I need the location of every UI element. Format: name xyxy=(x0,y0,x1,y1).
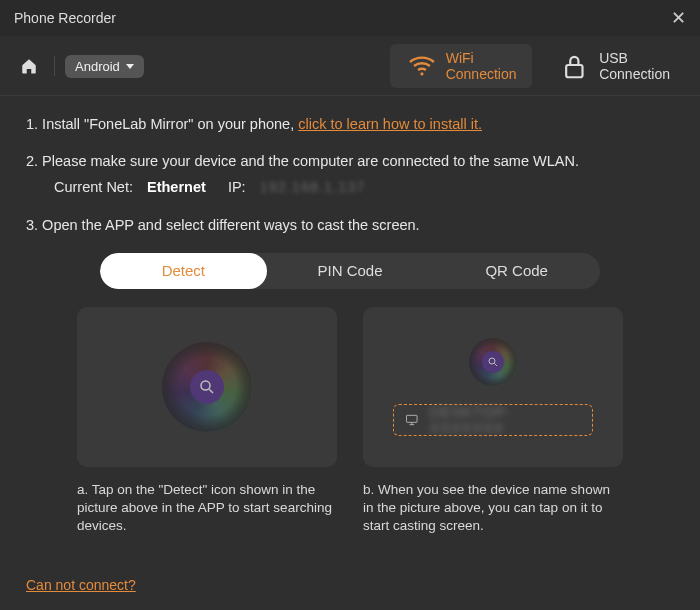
step3-text: 3. Open the APP and select different way… xyxy=(26,217,420,233)
svg-point-3 xyxy=(489,358,495,364)
tab-qr-label: QR Code xyxy=(485,262,548,279)
window-title: Phone Recorder xyxy=(14,10,116,26)
tab-wifi-connection[interactable]: WiFi Connection xyxy=(390,44,533,88)
svg-rect-1 xyxy=(567,65,583,77)
home-button[interactable] xyxy=(14,53,44,79)
color-wheel-icon xyxy=(162,342,252,432)
detect-search-icon xyxy=(190,370,224,404)
svg-rect-4 xyxy=(407,415,418,422)
net-value: Ethernet xyxy=(147,179,206,195)
device-name-placeholder: DESKTOP-XXXXXXX xyxy=(430,404,582,436)
net-label: Current Net: xyxy=(54,179,133,195)
step-2: 2. Please make sure your device and the … xyxy=(26,151,674,199)
monitor-icon xyxy=(404,413,420,427)
card-device-illustration: DESKTOP-XXXXXXX xyxy=(363,307,623,467)
wifi-icon xyxy=(406,50,438,82)
close-icon[interactable]: ✕ xyxy=(671,7,686,29)
cards-row: DESKTOP-XXXXXXX xyxy=(26,307,674,467)
titlebar: Phone Recorder ✕ xyxy=(0,0,700,36)
tab-qr-code[interactable]: QR Code xyxy=(433,253,600,289)
install-link[interactable]: click to learn how to install it. xyxy=(298,116,482,132)
platform-select[interactable]: Android xyxy=(65,55,144,78)
chevron-down-icon xyxy=(126,64,134,69)
tab-wifi-label: WiFi Connection xyxy=(446,50,517,82)
tab-pin-code[interactable]: PIN Code xyxy=(267,253,434,289)
step-1: 1. Install "FoneLab Mirror" on your phon… xyxy=(26,114,674,136)
footer: Can not connect? xyxy=(26,576,136,594)
tab-usb-connection[interactable]: USB Connection xyxy=(542,44,686,89)
ip-value: 192.168.1.137 xyxy=(260,179,366,195)
network-line: Current Net: Ethernet IP: 192.168.1.137 xyxy=(54,177,674,199)
device-name-box: DESKTOP-XXXXXXX xyxy=(393,404,593,436)
caption-a: a. Tap on the "Detect" icon shown in the… xyxy=(77,481,337,536)
caption-row: a. Tap on the "Detect" icon shown in the… xyxy=(26,471,674,536)
usb-lock-icon xyxy=(558,50,591,83)
divider xyxy=(54,56,55,76)
ip-label: IP: xyxy=(228,179,246,195)
detect-search-small-icon xyxy=(482,351,504,373)
tab-detect-label: Detect xyxy=(162,262,205,279)
home-icon xyxy=(20,57,38,75)
step2-text: 2. Please make sure your device and the … xyxy=(26,153,579,169)
svg-point-2 xyxy=(201,381,210,390)
tab-detect[interactable]: Detect xyxy=(100,253,267,289)
step-3: 3. Open the APP and select different way… xyxy=(26,215,674,237)
tab-usb-label: USB Connection xyxy=(599,50,670,82)
cast-method-tabs: Detect PIN Code QR Code xyxy=(100,253,600,289)
svg-point-0 xyxy=(420,73,423,76)
caption-b: b. When you see the device name shown in… xyxy=(363,481,623,536)
tab-pin-label: PIN Code xyxy=(317,262,382,279)
content-area: 1. Install "FoneLab Mirror" on your phon… xyxy=(0,96,700,546)
step1-text: 1. Install "FoneLab Mirror" on your phon… xyxy=(26,116,298,132)
card-detect-illustration xyxy=(77,307,337,467)
toolbar: Android WiFi Connection USB Connection xyxy=(0,36,700,96)
color-wheel-small-icon xyxy=(469,338,517,386)
cannot-connect-link[interactable]: Can not connect? xyxy=(26,577,136,593)
platform-label: Android xyxy=(75,59,120,74)
